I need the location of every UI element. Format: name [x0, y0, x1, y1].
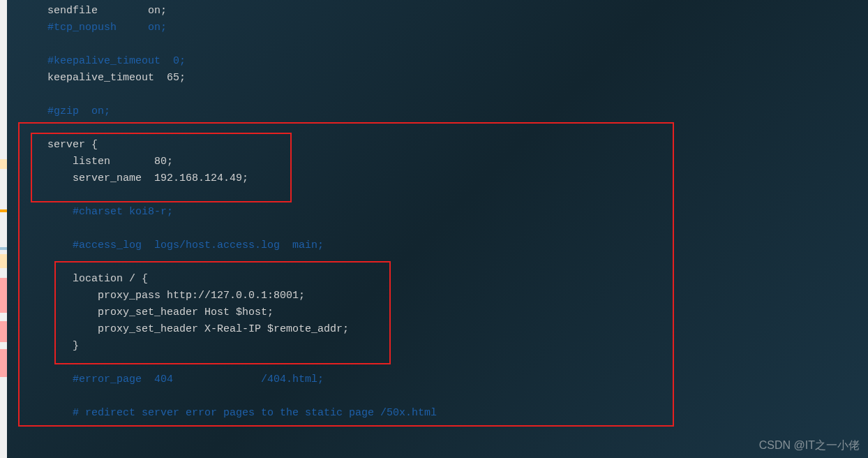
code-line-empty	[47, 254, 868, 271]
code-line: keepalive_timeout 65;	[47, 70, 868, 87]
code-line: proxy_pass http://127.0.0.1:8001;	[47, 288, 868, 304]
code-line: proxy_set_header Host $host;	[47, 304, 868, 321]
code-line-empty	[47, 87, 868, 103]
code-line-comment: #error_page 404 /404.html;	[47, 371, 868, 388]
code-line-empty	[47, 187, 868, 204]
code-line: server_name 192.168.124.49;	[47, 170, 868, 187]
code-line-empty	[47, 221, 868, 237]
code-line: }	[47, 338, 868, 355]
code-line-comment: # redirect server error pages to the sta…	[47, 405, 868, 422]
code-line-comment: #access_log logs/host.access.log main;	[47, 237, 868, 254]
code-line-comment: #gzip on;	[47, 103, 868, 120]
code-line-empty	[47, 388, 868, 405]
code-line-empty	[47, 120, 868, 137]
code-line-comment: #keepalive_timeout 0;	[47, 53, 868, 70]
code-line: proxy_set_header X-Real-IP $remote_addr;	[47, 321, 868, 338]
code-line-empty	[47, 36, 868, 53]
code-editor: sendfile on; #tcp_nopush on; #keepalive_…	[0, 0, 868, 422]
code-line: listen 80;	[47, 154, 868, 170]
code-line: server {	[47, 137, 868, 154]
code-line-comment: #tcp_nopush on;	[47, 20, 868, 36]
code-line-empty	[47, 355, 868, 371]
code-line: sendfile on;	[47, 3, 868, 20]
watermark-text: CSDN @IT之一小佬	[759, 437, 860, 454]
code-line: location / {	[47, 271, 868, 288]
code-line-comment: #charset koi8-r;	[47, 204, 868, 221]
